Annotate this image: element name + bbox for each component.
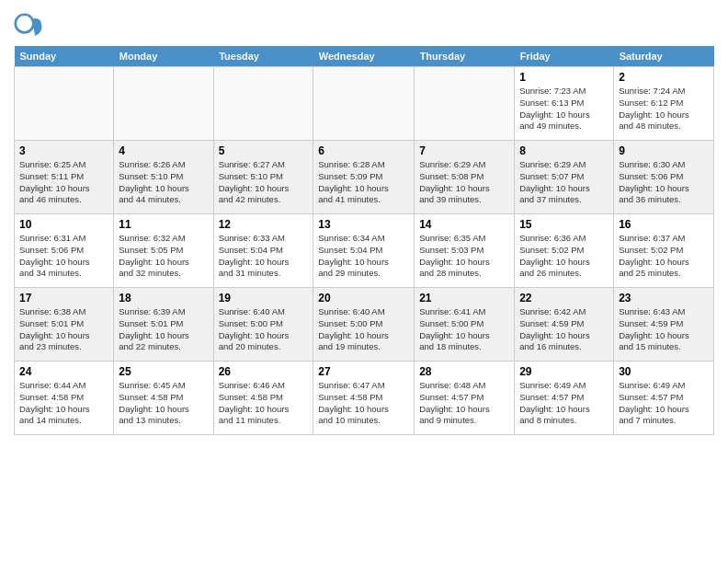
calendar-week-4: 17Sunrise: 6:38 AM Sunset: 5:01 PM Dayli… — [15, 288, 714, 362]
day-number: 7 — [419, 144, 509, 157]
calendar-cell: 3Sunrise: 6:25 AM Sunset: 5:11 PM Daylig… — [15, 141, 114, 214]
day-number: 2 — [619, 71, 709, 84]
calendar-cell: 4Sunrise: 6:26 AM Sunset: 5:10 PM Daylig… — [114, 141, 213, 214]
calendar-cell: 1Sunrise: 7:23 AM Sunset: 6:13 PM Daylig… — [515, 67, 614, 141]
day-info: Sunrise: 6:31 AM Sunset: 5:06 PM Dayligh… — [19, 233, 108, 280]
calendar-cell: 29Sunrise: 6:49 AM Sunset: 4:57 PM Dayli… — [515, 362, 614, 435]
day-number: 21 — [419, 292, 509, 304]
logo — [14, 13, 45, 42]
day-info: Sunrise: 6:35 AM Sunset: 5:03 PM Dayligh… — [419, 233, 509, 280]
calendar-cell: 14Sunrise: 6:35 AM Sunset: 5:03 PM Dayli… — [415, 214, 515, 288]
day-number: 9 — [619, 144, 709, 157]
day-info: Sunrise: 6:49 AM Sunset: 4:57 PM Dayligh… — [619, 380, 709, 427]
day-info: Sunrise: 6:49 AM Sunset: 4:57 PM Dayligh… — [519, 380, 609, 427]
calendar-cell: 12Sunrise: 6:33 AM Sunset: 5:04 PM Dayli… — [213, 214, 313, 288]
calendar-header-tuesday: Tuesday — [213, 46, 313, 67]
day-number: 28 — [419, 365, 509, 378]
day-info: Sunrise: 6:29 AM Sunset: 5:08 PM Dayligh… — [419, 159, 509, 206]
day-number: 24 — [19, 365, 108, 378]
day-number: 16 — [619, 218, 709, 231]
day-info: Sunrise: 6:46 AM Sunset: 4:58 PM Dayligh… — [219, 380, 309, 427]
calendar-cell: 6Sunrise: 6:28 AM Sunset: 5:09 PM Daylig… — [313, 141, 415, 214]
day-number: 3 — [19, 144, 108, 157]
day-number: 8 — [519, 144, 609, 157]
day-number: 30 — [619, 365, 709, 378]
day-info: Sunrise: 6:36 AM Sunset: 5:02 PM Dayligh… — [519, 233, 609, 280]
calendar-header-thursday: Thursday — [415, 46, 515, 67]
day-info: Sunrise: 6:37 AM Sunset: 5:02 PM Dayligh… — [619, 233, 709, 280]
calendar-header-sunday: Sunday — [15, 46, 114, 67]
calendar-cell: 27Sunrise: 6:47 AM Sunset: 4:58 PM Dayli… — [313, 362, 415, 435]
calendar-week-5: 24Sunrise: 6:44 AM Sunset: 4:58 PM Dayli… — [15, 362, 714, 435]
day-number: 27 — [318, 365, 409, 378]
day-number: 22 — [519, 292, 609, 304]
day-info: Sunrise: 6:40 AM Sunset: 5:00 PM Dayligh… — [219, 306, 309, 353]
calendar-week-1: 1Sunrise: 7:23 AM Sunset: 6:13 PM Daylig… — [15, 67, 714, 141]
calendar-cell: 22Sunrise: 6:42 AM Sunset: 4:59 PM Dayli… — [515, 288, 614, 362]
day-info: Sunrise: 6:42 AM Sunset: 4:59 PM Dayligh… — [519, 306, 609, 353]
calendar-week-3: 10Sunrise: 6:31 AM Sunset: 5:06 PM Dayli… — [15, 214, 714, 288]
day-info: Sunrise: 6:30 AM Sunset: 5:06 PM Dayligh… — [619, 159, 709, 206]
calendar-header-monday: Monday — [114, 46, 213, 67]
calendar-cell — [15, 67, 114, 141]
calendar-cell: 20Sunrise: 6:40 AM Sunset: 5:00 PM Dayli… — [313, 288, 415, 362]
day-info: Sunrise: 7:23 AM Sunset: 6:13 PM Dayligh… — [519, 86, 609, 132]
calendar-cell: 8Sunrise: 6:29 AM Sunset: 5:07 PM Daylig… — [515, 141, 614, 214]
calendar-cell: 16Sunrise: 6:37 AM Sunset: 5:02 PM Dayli… — [614, 214, 714, 288]
day-info: Sunrise: 6:38 AM Sunset: 5:01 PM Dayligh… — [19, 306, 108, 353]
day-info: Sunrise: 6:43 AM Sunset: 4:59 PM Dayligh… — [619, 306, 709, 353]
day-number: 11 — [119, 218, 208, 231]
calendar-cell: 17Sunrise: 6:38 AM Sunset: 5:01 PM Dayli… — [15, 288, 114, 362]
day-info: Sunrise: 6:27 AM Sunset: 5:10 PM Dayligh… — [219, 159, 309, 206]
calendar-cell: 26Sunrise: 6:46 AM Sunset: 4:58 PM Dayli… — [213, 362, 313, 435]
day-number: 5 — [219, 144, 309, 157]
day-info: Sunrise: 6:32 AM Sunset: 5:05 PM Dayligh… — [119, 233, 208, 280]
calendar-cell: 15Sunrise: 6:36 AM Sunset: 5:02 PM Dayli… — [515, 214, 614, 288]
day-number: 15 — [519, 218, 609, 231]
calendar-cell: 7Sunrise: 6:29 AM Sunset: 5:08 PM Daylig… — [415, 141, 515, 214]
calendar-cell: 30Sunrise: 6:49 AM Sunset: 4:57 PM Dayli… — [614, 362, 714, 435]
calendar-header-friday: Friday — [515, 46, 614, 67]
calendar-cell: 13Sunrise: 6:34 AM Sunset: 5:04 PM Dayli… — [313, 214, 415, 288]
day-number: 6 — [318, 144, 409, 157]
calendar-header-saturday: Saturday — [614, 46, 714, 67]
calendar-cell: 28Sunrise: 6:48 AM Sunset: 4:57 PM Dayli… — [415, 362, 515, 435]
day-info: Sunrise: 7:24 AM Sunset: 6:12 PM Dayligh… — [619, 86, 709, 132]
day-number: 29 — [519, 365, 609, 378]
calendar-cell: 21Sunrise: 6:41 AM Sunset: 5:00 PM Dayli… — [415, 288, 515, 362]
day-number: 4 — [119, 144, 208, 157]
calendar-week-2: 3Sunrise: 6:25 AM Sunset: 5:11 PM Daylig… — [15, 141, 714, 214]
calendar-cell: 24Sunrise: 6:44 AM Sunset: 4:58 PM Dayli… — [15, 362, 114, 435]
day-number: 14 — [419, 218, 509, 231]
day-info: Sunrise: 6:47 AM Sunset: 4:58 PM Dayligh… — [318, 380, 409, 427]
calendar-cell: 10Sunrise: 6:31 AM Sunset: 5:06 PM Dayli… — [15, 214, 114, 288]
day-info: Sunrise: 6:41 AM Sunset: 5:00 PM Dayligh… — [419, 306, 509, 353]
calendar-cell — [114, 67, 213, 141]
day-info: Sunrise: 6:26 AM Sunset: 5:10 PM Dayligh… — [119, 159, 208, 206]
day-info: Sunrise: 6:45 AM Sunset: 4:58 PM Dayligh… — [119, 380, 208, 427]
day-number: 19 — [219, 292, 309, 304]
day-info: Sunrise: 6:48 AM Sunset: 4:57 PM Dayligh… — [419, 380, 509, 427]
calendar-cell: 2Sunrise: 7:24 AM Sunset: 6:12 PM Daylig… — [614, 67, 714, 141]
day-number: 10 — [19, 218, 108, 231]
day-number: 23 — [619, 292, 709, 304]
calendar-table: SundayMondayTuesdayWednesdayThursdayFrid… — [14, 46, 714, 435]
day-info: Sunrise: 6:44 AM Sunset: 4:58 PM Dayligh… — [19, 380, 108, 427]
day-number: 26 — [219, 365, 309, 378]
day-number: 13 — [318, 218, 409, 231]
calendar-cell — [213, 67, 313, 141]
day-number: 18 — [119, 292, 208, 304]
calendar-header-wednesday: Wednesday — [313, 46, 415, 67]
calendar-cell: 9Sunrise: 6:30 AM Sunset: 5:06 PM Daylig… — [614, 141, 714, 214]
calendar-cell — [313, 67, 415, 141]
calendar-cell: 23Sunrise: 6:43 AM Sunset: 4:59 PM Dayli… — [614, 288, 714, 362]
calendar-cell: 5Sunrise: 6:27 AM Sunset: 5:10 PM Daylig… — [213, 141, 313, 214]
day-info: Sunrise: 6:33 AM Sunset: 5:04 PM Dayligh… — [219, 233, 309, 280]
day-number: 25 — [119, 365, 208, 378]
calendar-cell: 18Sunrise: 6:39 AM Sunset: 5:01 PM Dayli… — [114, 288, 213, 362]
calendar-cell — [415, 67, 515, 141]
day-info: Sunrise: 6:28 AM Sunset: 5:09 PM Dayligh… — [318, 159, 409, 206]
calendar-cell: 11Sunrise: 6:32 AM Sunset: 5:05 PM Dayli… — [114, 214, 213, 288]
day-info: Sunrise: 6:39 AM Sunset: 5:01 PM Dayligh… — [119, 306, 208, 353]
day-number: 17 — [19, 292, 108, 304]
